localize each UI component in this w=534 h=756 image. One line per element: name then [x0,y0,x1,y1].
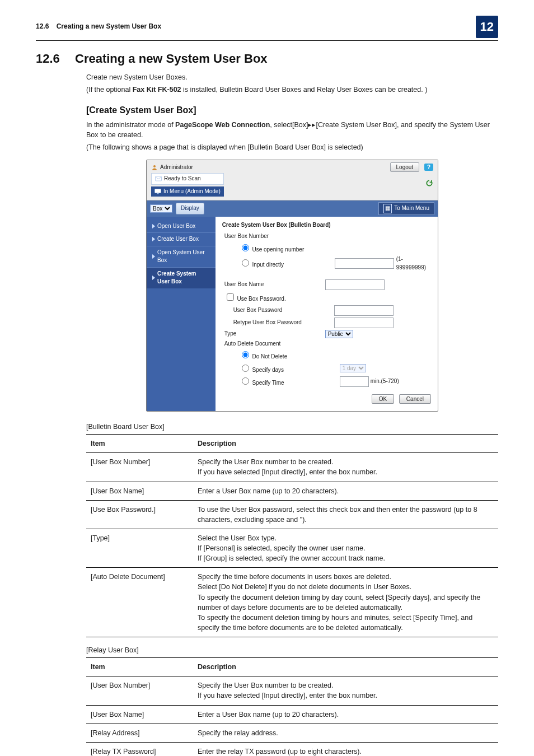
table-row: [Auto Delete Document]Specify the time b… [86,568,498,637]
table-row: [User Box Number]Specify the User Box nu… [86,453,498,482]
runhead-title: Creating a new System User Box [57,22,161,30]
cell-desc: Specify the User Box number to be create… [193,453,498,482]
para-admin-mode: In the administrator mode of PageScope W… [86,120,498,140]
table-row: [Type]Select the User Box type. If [Pers… [86,529,498,567]
radio-use-opening-number[interactable] [242,244,249,251]
input-specify-time[interactable] [340,376,369,387]
intro-line1: Create new System User Boxes. [86,72,498,82]
administrator-label: Administrator [160,164,193,172]
table-row: [User Box Name]Enter a User Box name (up… [86,705,498,724]
triangle-icon [152,237,155,241]
cell-desc: Specify the relay address. [193,724,498,742]
cell-desc: Select the User Box type. If [Personal] … [193,529,498,567]
table-row: [User Box Number]Specify the User Box nu… [86,676,498,705]
table-row: [Relay Address]Specify the relay address… [86,724,498,742]
cell-item: [User Box Name] [86,482,193,500]
person-icon [151,164,158,171]
table-row: [User Box Name]Enter a User Box name (up… [86,482,498,500]
cell-item: [Relay TX Password] [86,742,193,756]
para-following: (The following shows a page that is disp… [86,142,498,152]
input-box-number[interactable] [335,258,394,269]
cell-item: [Use Box Password.] [86,500,193,529]
display-button[interactable]: Display [176,203,204,214]
inmenu-label: In Menu (Admin Mode) [163,188,221,196]
cell-desc: Enter a User Box name (up to 20 characte… [193,705,498,724]
screen-icon [154,189,161,194]
embedded-screenshot: Administrator Ready to Scan In Menu (Adm… [146,160,438,412]
intro-line2: (If the optional Fax Kit FK-502 is insta… [86,85,498,95]
triangle-icon [152,254,155,259]
triangle-icon [152,276,155,280]
sidebar-item-create-system-user-box[interactable]: Create System User Box [147,267,216,288]
runhead-section: 12.6 [36,22,49,30]
triangle-icon [152,224,155,228]
form-title: Create System User Box (Bulletin Board) [222,221,431,230]
cell-item: [User Box Name] [86,705,193,724]
label-user-box-password: User Box Password [222,306,334,315]
sidebar-item-create-user-box[interactable]: Create User Box [147,232,216,246]
label-type: Type [222,330,325,338]
th-item: Item [86,658,193,676]
cell-item: [User Box Number] [86,453,193,482]
checkbox-use-box-password[interactable] [227,293,234,301]
cell-item: [Type] [86,529,193,567]
radio-do-not-delete[interactable] [242,351,249,358]
table-row: [Use Box Password.]To use the User Box p… [86,500,498,529]
input-user-box-name[interactable] [325,279,385,290]
grid-icon: ▦ [383,204,392,213]
running-head: 12.6 Creating a new System User Box 12 [36,16,498,38]
select-days[interactable]: 1 day [340,364,366,372]
label-auto-delete: Auto Delete Document [222,340,325,348]
cell-desc: Specify the User Box number to be create… [193,676,498,705]
bulletin-board-table: ItemDescription [User Box Number]Specify… [86,434,498,637]
label-user-box-name: User Box Name [222,281,325,289]
th-desc: Description [193,658,498,676]
cell-item: [Relay Address] [86,724,193,742]
th-desc: Description [193,435,498,453]
to-main-menu-button[interactable]: ▦ To Main Menu [378,202,434,215]
input-retype-password[interactable] [334,318,394,328]
range-hint: (1-999999999) [396,255,431,272]
cell-item: [User Box Number] [86,676,193,705]
sidebar: Open User Box Create User Box Open Syste… [147,217,216,412]
input-user-box-password[interactable] [334,305,394,316]
cell-desc: Enter a User Box name (up to 20 characte… [193,482,498,500]
cell-item: [Auto Delete Document] [86,568,193,637]
time-suffix: min.(5-720) [371,377,399,386]
cell-desc: To use the User Box password, select thi… [193,500,498,529]
section-title: Creating a new System User Box [75,52,268,66]
rule [36,40,498,41]
envelope-icon [155,176,162,181]
refresh-icon[interactable] [425,179,433,187]
section-heading: 12.6Creating a new System User Box [36,50,498,68]
section-number: 12.6 [36,50,75,68]
select-type[interactable]: Public [325,330,353,338]
svg-rect-2 [155,189,161,193]
subheading: [Create System User Box] [86,104,498,116]
svg-point-0 [153,165,156,167]
relay-user-box-table: ItemDescription [User Box Number]Specify… [86,657,498,756]
th-item: Item [86,435,193,453]
table-row: [Relay TX Password]Enter the relay TX pa… [86,742,498,756]
radio-input-directly[interactable] [242,259,249,267]
sidebar-item-open-system-user-box[interactable]: Open System User Box [147,246,216,267]
svg-rect-1 [156,176,162,181]
chapter-badge: 12 [476,16,498,38]
help-button[interactable]: ? [424,164,433,171]
cell-desc: Specify the time before documents in use… [193,568,498,637]
ready-label: Ready to Scan [164,175,201,183]
label-retype-password: Retype User Box Password [222,319,334,327]
sidebar-item-open-user-box[interactable]: Open User Box [147,220,216,233]
cancel-button[interactable]: Cancel [399,394,431,404]
radio-specify-days[interactable] [242,365,249,372]
cell-desc: Enter the relay TX password (up to eight… [193,742,498,756]
table2-caption: [Relay User Box] [86,645,498,655]
logout-button[interactable]: Logout [390,162,420,172]
table1-caption: [Bulletin Board User Box] [86,422,498,432]
ok-button[interactable]: OK [372,394,394,404]
category-select[interactable]: Box [150,204,172,213]
svg-rect-3 [157,193,159,194]
radio-specify-time[interactable] [242,377,249,385]
label-user-box-number: User Box Number [222,232,325,241]
